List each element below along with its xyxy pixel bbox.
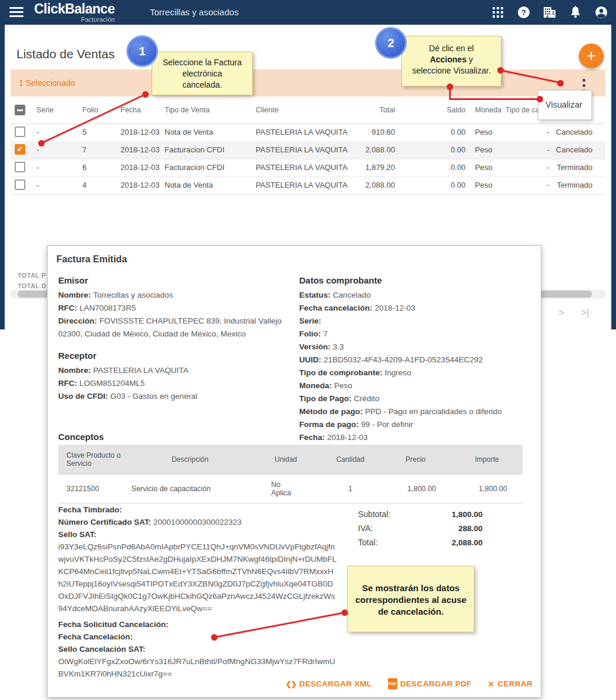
connector-dot	[142, 91, 149, 98]
next-page-icon[interactable]: >	[558, 307, 564, 319]
brand-name: ClickBalance	[34, 2, 115, 16]
table-row[interactable]: - 4 2018-12-03 Nota de Venta PASTELERIA …	[11, 176, 605, 195]
x-icon: ✕	[488, 679, 495, 689]
col-tipo-venta: Tipo de Venta	[165, 97, 253, 124]
col-total: Total	[329, 97, 395, 124]
brand-subtitle: Facturación	[34, 16, 115, 23]
connector-line-2b-h	[449, 98, 540, 100]
building-icon[interactable]	[543, 6, 556, 19]
comprobante-heading: Datos comprobante	[299, 275, 534, 285]
page-title: Listado de Ventas	[16, 47, 115, 61]
table-row-selected[interactable]: ✓ - 7 2018-12-03 Facturacion CFDI PASTEL…	[11, 141, 605, 159]
status-cell: Terminado	[550, 159, 592, 176]
cerrar-button[interactable]: ✕ CERRAR	[488, 679, 533, 689]
row-checkbox[interactable]	[15, 162, 25, 172]
totals-section: Subtotal:1,800.00 IVA:288.00 Total:2,088…	[358, 507, 483, 549]
col-moneda: Moneda	[475, 97, 510, 124]
note-step-2: Dé clic en el Acciones y seleccione Visu…	[401, 36, 501, 86]
comprobante-section: Datos comprobante Estatus:Cancelado Fech…	[299, 275, 534, 444]
sello-sat-text: i93Y3eLQz6siPsnPd6AbA0mIApbrPYCE11QhJ+qn…	[58, 541, 346, 615]
actions-dropdown: Visualizar	[538, 90, 592, 120]
connector-dot	[211, 634, 217, 641]
table-row[interactable]: - 6 2018-12-03 Facturacion CFDI PASTELER…	[11, 159, 605, 177]
top-navbar: ClickBalance Facturación Torrecillas y a…	[0, 0, 616, 25]
conceptos-table: Clave Producto o Servicio Descripción Un…	[58, 445, 523, 504]
selection-count: 1 Seleccionado	[19, 69, 75, 96]
note-cancelacion: Se mostrarán los datos correspondientes …	[347, 566, 474, 632]
connector-dot	[342, 609, 348, 616]
code-icon: ❮❯	[286, 680, 296, 688]
note-step-1: Seleccione la Factura electrónica cancel…	[152, 52, 253, 95]
table-row[interactable]: - 5 2018-12-03 Nota de Venta PASTELERIA …	[11, 124, 605, 142]
last-page-icon[interactable]: >|	[581, 307, 589, 319]
left-frame	[0, 25, 5, 329]
col-serie: Serie	[36, 97, 78, 124]
hamburger-icon[interactable]	[9, 7, 24, 18]
company-name: Torrecillas y asociados	[150, 7, 239, 17]
conceptos-heading: Conceptos	[58, 432, 104, 442]
help-icon[interactable]: ?	[517, 6, 530, 19]
sello-cancelacion-text: OiWgKolElYFgxZxoOw/6rYs316JR7uLnBthtl/Po…	[58, 655, 346, 680]
descargar-pdf-button[interactable]: PDF DESCARGAR PDF	[388, 678, 472, 689]
brand-logo: ClickBalance Facturación	[34, 2, 115, 23]
total-label-2: TOTAL D	[18, 282, 46, 289]
emisor-section: Emisor Nombre:Torrecillas y asociados RF…	[58, 275, 293, 403]
connector-dot	[497, 67, 504, 74]
row-checkbox[interactable]	[15, 179, 25, 190]
apps-grid-icon[interactable]	[491, 6, 504, 19]
total-label-1: TOTAL P	[18, 272, 46, 279]
plus-icon: +	[587, 46, 596, 65]
row-checkbox[interactable]	[15, 126, 25, 137]
connector-dot	[447, 84, 453, 90]
bell-icon[interactable]	[569, 6, 582, 19]
receptor-heading: Receptor	[58, 351, 293, 361]
emisor-heading: Emisor	[58, 275, 293, 285]
table-header: Serie Folio Fecha Tipo de Venta Cliente …	[11, 97, 605, 124]
connector-dot	[38, 140, 45, 146]
person-icon[interactable]	[595, 6, 608, 19]
status-cell: Terminado	[550, 176, 592, 194]
col-saldo: Saldo	[395, 97, 466, 124]
right-frame	[611, 25, 616, 329]
callout-step-1: 1	[126, 35, 158, 67]
connector-dot	[537, 96, 543, 102]
descargar-xml-button[interactable]: ❮❯ DESCARGAR XML	[286, 679, 371, 688]
row-checkbox-checked[interactable]: ✓	[15, 144, 25, 155]
add-button[interactable]: +	[579, 44, 604, 68]
screen: ClickBalance Facturación Torrecillas y a…	[0, 0, 616, 700]
receptor-section: Receptor Nombre:PASTELERIA LA VAQUITA RF…	[58, 351, 293, 403]
connector-dot	[557, 80, 564, 86]
status-cell: Cancelado	[550, 124, 592, 141]
concepto-row: 32121500 Servicio de capacitación No Apl…	[58, 475, 523, 504]
callout-step-2: 2	[375, 27, 407, 59]
menu-item-visualizar[interactable]: Visualizar	[538, 91, 591, 119]
svg-text:?: ?	[521, 8, 526, 17]
select-all-checkbox[interactable]	[15, 105, 25, 115]
modal-title: Factura Emitida	[56, 254, 127, 265]
pdf-icon: PDF	[388, 678, 397, 689]
status-cell: Cancelado	[550, 141, 592, 159]
modal-footer: ❮❯ DESCARGAR XML PDF DESCARGAR PDF ✕ CER…	[286, 678, 533, 689]
sat-stamp-section: Fecha Timbrado: Número Certificado SAT: …	[58, 504, 346, 680]
col-fecha: Fecha	[120, 97, 165, 124]
